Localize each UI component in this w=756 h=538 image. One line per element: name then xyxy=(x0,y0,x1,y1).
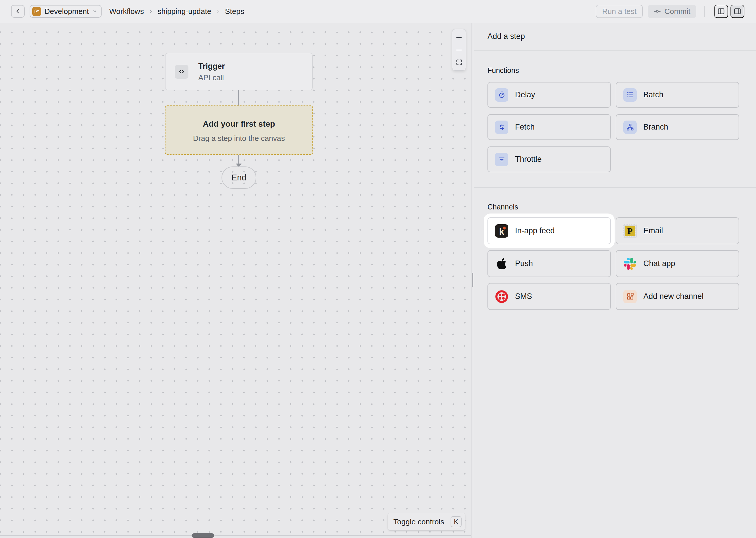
workflow-canvas[interactable]: Trigger API call Add your first step Dra… xyxy=(0,23,471,538)
channels-section-label: Channels xyxy=(488,203,739,211)
first-step-dropzone[interactable]: Add your first step Drag a step into the… xyxy=(165,105,313,155)
panel-header: Add a step xyxy=(474,23,756,51)
commit-icon xyxy=(653,8,661,15)
trigger-node[interactable]: Trigger API call xyxy=(165,53,313,90)
horizontal-scrollbar-track xyxy=(0,535,471,536)
channels-grid: k In-app feed P Email Push xyxy=(488,217,739,310)
delay-icon xyxy=(495,88,508,102)
minus-icon xyxy=(455,46,463,54)
step-card-sms[interactable]: SMS xyxy=(488,283,611,310)
plus-icon xyxy=(455,34,463,41)
breadcrumb-workflow-name[interactable]: shipping-update xyxy=(158,7,212,16)
step-card-fetch[interactable]: Fetch xyxy=(488,114,611,140)
zoom-controls xyxy=(452,29,466,71)
breadcrumb-separator-icon xyxy=(216,9,221,14)
toggle-left-panel-button[interactable] xyxy=(714,5,728,18)
add-step-panel: Add a step Functions Delay Batch xyxy=(474,23,756,538)
trigger-title: Trigger xyxy=(198,61,225,71)
code-icon xyxy=(175,65,188,79)
toggle-controls-label: Toggle controls xyxy=(393,517,444,526)
toggle-controls-button[interactable]: Toggle controls K xyxy=(388,513,465,531)
add-channel-icon xyxy=(623,290,637,303)
dropzone-subtitle: Drag a step into the canvas xyxy=(193,134,285,143)
commit-button[interactable]: Commit xyxy=(648,5,696,18)
connector-line xyxy=(238,155,239,164)
top-bar: Development Workflows shipping-update St… xyxy=(0,0,756,23)
main-area: Trigger API call Add your first step Dra… xyxy=(0,23,756,538)
panel-body: Functions Delay Batch xyxy=(474,51,756,310)
chevron-left-icon xyxy=(15,8,21,15)
commit-label: Commit xyxy=(664,7,690,16)
step-card-throttle[interactable]: Throttle xyxy=(488,146,611,172)
fit-view-icon xyxy=(455,59,463,66)
apple-icon xyxy=(495,257,508,270)
slack-icon xyxy=(623,257,637,270)
keyboard-shortcut-badge: K xyxy=(450,516,462,527)
zoom-in-button[interactable] xyxy=(453,32,465,43)
batch-icon xyxy=(623,88,637,102)
breadcrumb-current-steps: Steps xyxy=(225,7,245,16)
functions-grid: Delay Batch Fetch xyxy=(488,82,739,172)
panel-left-icon xyxy=(717,7,725,15)
environment-folder-icon xyxy=(32,7,41,16)
panel-right-icon xyxy=(733,7,741,15)
postmark-icon: P xyxy=(623,224,637,238)
panel-title: Add a step xyxy=(488,32,525,41)
end-node: End xyxy=(221,166,256,189)
toggle-right-panel-button[interactable] xyxy=(731,5,744,18)
trigger-subtitle: API call xyxy=(198,73,225,82)
environment-label: Development xyxy=(44,7,89,16)
breadcrumb-workflows[interactable]: Workflows xyxy=(109,7,144,16)
topbar-divider xyxy=(704,6,705,17)
dropzone-title: Add your first step xyxy=(203,119,275,129)
step-card-push[interactable]: Push xyxy=(488,250,611,277)
zoom-out-button[interactable] xyxy=(453,44,465,55)
connector-line xyxy=(238,90,239,105)
knock-icon: k xyxy=(495,224,508,238)
back-button[interactable] xyxy=(11,5,25,18)
functions-section-label: Functions xyxy=(488,66,739,75)
horizontal-scrollbar-thumb[interactable] xyxy=(192,533,214,538)
canvas-scroll-gutter xyxy=(471,23,474,538)
fetch-icon xyxy=(495,121,508,134)
environment-selector[interactable]: Development xyxy=(29,5,102,18)
step-card-branch[interactable]: Branch xyxy=(616,114,739,140)
step-card-in-app-feed[interactable]: k In-app feed xyxy=(488,217,611,244)
breadcrumb: Workflows shipping-update Steps xyxy=(109,7,244,16)
step-card-chat-app[interactable]: Chat app xyxy=(616,250,739,277)
step-card-email[interactable]: P Email xyxy=(616,217,739,244)
run-test-button[interactable]: Run a test xyxy=(596,5,643,18)
fit-view-button[interactable] xyxy=(453,57,465,68)
vertical-scrollbar-thumb[interactable] xyxy=(472,273,473,287)
add-new-channel-button[interactable]: Add new channel xyxy=(616,283,739,310)
branch-icon xyxy=(623,121,637,134)
chevron-down-icon xyxy=(92,9,97,14)
step-card-delay[interactable]: Delay xyxy=(488,82,611,108)
breadcrumb-separator-icon xyxy=(148,9,153,14)
throttle-icon xyxy=(495,153,508,166)
twilio-icon xyxy=(495,290,508,303)
step-card-batch[interactable]: Batch xyxy=(616,82,739,108)
